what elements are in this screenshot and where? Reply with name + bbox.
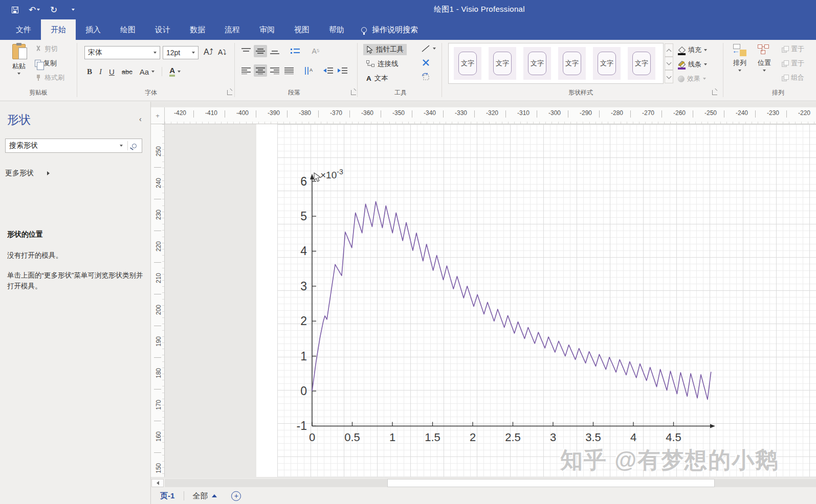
panel-collapse-icon[interactable]: ‹ xyxy=(139,115,142,123)
page-tab-1[interactable]: 页-1 xyxy=(151,488,184,504)
italic-button[interactable]: I xyxy=(99,67,102,76)
shape-style-tile[interactable]: 文字 xyxy=(593,47,621,80)
font-dialog-launcher-icon[interactable] xyxy=(227,90,232,95)
gallery-up-button[interactable] xyxy=(665,43,673,57)
gallery-down-button[interactable] xyxy=(665,57,673,70)
add-page-button[interactable]: + xyxy=(231,491,241,501)
paste-button[interactable]: 粘贴 xyxy=(7,44,31,75)
shape-styles-dialog-launcher-icon[interactable] xyxy=(712,90,717,95)
scissors-icon xyxy=(35,45,42,53)
position-button[interactable]: 位置 xyxy=(753,44,776,72)
scroll-left-button[interactable] xyxy=(151,479,164,487)
quick-access-toolbar: ↶ ↻ xyxy=(9,4,79,15)
bring-to-front-button[interactable]: 置于 xyxy=(782,44,816,54)
paragraph-group-label: 段落 xyxy=(266,88,322,97)
font-name-combo[interactable]: 宋体 xyxy=(84,46,160,59)
ribbon-tab[interactable]: 插入 xyxy=(76,19,111,40)
x-tick-label: 0.5 xyxy=(344,431,360,444)
arrange-button[interactable]: ← 排列 xyxy=(729,44,751,72)
paste-icon xyxy=(12,44,26,59)
shape-style-tile[interactable]: 文字 xyxy=(454,47,481,80)
format-painter-button[interactable]: 格式刷 xyxy=(35,73,64,83)
drawing-page-area[interactable]: 00.511.522.533.544.5-10123456×10-3 知乎 @有… xyxy=(165,124,816,477)
qat-customize-icon[interactable] xyxy=(68,4,79,15)
cut-button[interactable]: 剪切 xyxy=(35,44,58,54)
align-center-button[interactable] xyxy=(254,64,267,77)
freeform-tool-button[interactable] xyxy=(418,72,433,82)
ribbon-tab[interactable]: 视图 xyxy=(284,19,319,40)
align-bottom-button[interactable] xyxy=(268,45,281,57)
ribbon-tab[interactable]: 流程 xyxy=(215,19,250,40)
connection-point-tool-button[interactable] xyxy=(420,58,432,67)
group-button[interactable]: 组合 xyxy=(782,73,816,83)
superscript-button[interactable]: A⁵ xyxy=(309,45,322,57)
ribbon-tab[interactable]: 设计 xyxy=(145,19,180,40)
h-ruler-label: -380 xyxy=(299,109,311,117)
shrink-font-button[interactable]: A⤵ xyxy=(218,47,226,57)
x-tick-label: 0 xyxy=(309,431,315,444)
v-ruler-label: 210 xyxy=(155,271,162,285)
align-left-button[interactable] xyxy=(239,64,253,77)
align-top-button[interactable] xyxy=(239,45,253,57)
ribbon-tab[interactable]: 绘图 xyxy=(111,19,145,40)
ribbon-tab[interactable]: 开始 xyxy=(41,19,76,40)
scrollbar-track[interactable] xyxy=(165,479,816,487)
tell-me-search[interactable]: 操作说明搜索 xyxy=(361,19,418,40)
underline-button[interactable]: U xyxy=(109,67,115,76)
h-ruler-label: -280 xyxy=(611,109,623,117)
scrollbar-thumb[interactable] xyxy=(387,479,715,487)
v-ruler-label: 220 xyxy=(155,240,162,254)
more-shapes-button[interactable]: 更多形状 xyxy=(5,169,50,178)
horizontal-ruler[interactable]: -420-410-400-390-380-370-360-350-340-330… xyxy=(165,107,816,124)
send-to-back-button[interactable]: 置于 xyxy=(782,58,816,68)
line-icon xyxy=(422,45,430,52)
x-tick-label: 4.5 xyxy=(666,431,681,444)
shape-search-input[interactable] xyxy=(6,142,120,150)
align-right-button[interactable] xyxy=(268,64,281,77)
increase-indent-button[interactable] xyxy=(336,64,349,77)
grow-font-button[interactable]: A⤴ xyxy=(204,47,213,57)
line-tool-button[interactable] xyxy=(418,44,439,53)
shape-style-tile[interactable]: 文字 xyxy=(628,47,655,80)
redo-icon[interactable]: ↻ xyxy=(48,4,59,15)
vertical-ruler[interactable]: 250240230220210200190180170160150 xyxy=(151,124,165,477)
bullet-list-button[interactable] xyxy=(289,45,302,57)
ribbon-tab[interactable]: 帮助 xyxy=(319,19,354,40)
search-icon[interactable] xyxy=(132,144,137,148)
change-case-button[interactable]: Aa xyxy=(140,66,155,77)
search-dropdown-icon[interactable] xyxy=(120,145,123,147)
bold-button[interactable]: B xyxy=(87,67,92,76)
shape-style-tile[interactable]: 文字 xyxy=(558,47,586,80)
chart-shape[interactable]: 00.511.522.533.544.5-10123456×10-3 xyxy=(165,124,816,477)
ribbon-tab[interactable]: 数据 xyxy=(180,19,215,40)
strikethrough-button[interactable]: abc xyxy=(122,68,133,76)
line-style-icon xyxy=(678,62,686,67)
pointer-tool-button[interactable]: 指针工具 xyxy=(363,44,407,55)
line-style-button[interactable]: 线条 xyxy=(678,59,707,70)
justify-button[interactable] xyxy=(282,64,296,77)
undo-icon[interactable]: ↶ xyxy=(29,4,40,15)
ribbon-tab[interactable]: 审阅 xyxy=(250,19,284,40)
h-ruler-label: -370 xyxy=(330,109,342,117)
save-icon[interactable] xyxy=(9,4,20,15)
all-pages-button[interactable]: 全部 xyxy=(184,491,225,501)
text-direction-button[interactable]: A xyxy=(302,64,315,77)
gallery-more-button[interactable] xyxy=(665,70,673,83)
effects-button[interactable]: 效果 xyxy=(678,74,706,84)
clipboard-group-label: 剪贴板 xyxy=(10,88,67,97)
ribbon-tab[interactable]: 文件 xyxy=(6,19,41,40)
font-size-combo[interactable]: 12pt xyxy=(163,46,199,59)
x-tick-label: 3.5 xyxy=(585,431,601,444)
fill-button[interactable]: 填充 xyxy=(678,45,707,55)
x-tick-label: 4 xyxy=(630,431,636,444)
shape-style-tile[interactable]: 文字 xyxy=(489,47,516,80)
paragraph-dialog-launcher-icon[interactable] xyxy=(351,90,356,95)
copy-button[interactable]: 复制 xyxy=(35,58,57,68)
shape-style-tile[interactable]: 文字 xyxy=(523,47,551,80)
connector-tool-button[interactable]: 连接线 xyxy=(363,58,402,70)
x-tick-label: 1 xyxy=(389,431,395,444)
font-color-button[interactable]: A xyxy=(169,66,181,77)
decrease-indent-button[interactable] xyxy=(321,64,335,77)
text-tool-button[interactable]: A 文本 xyxy=(363,73,391,84)
align-middle-button[interactable] xyxy=(254,45,267,57)
